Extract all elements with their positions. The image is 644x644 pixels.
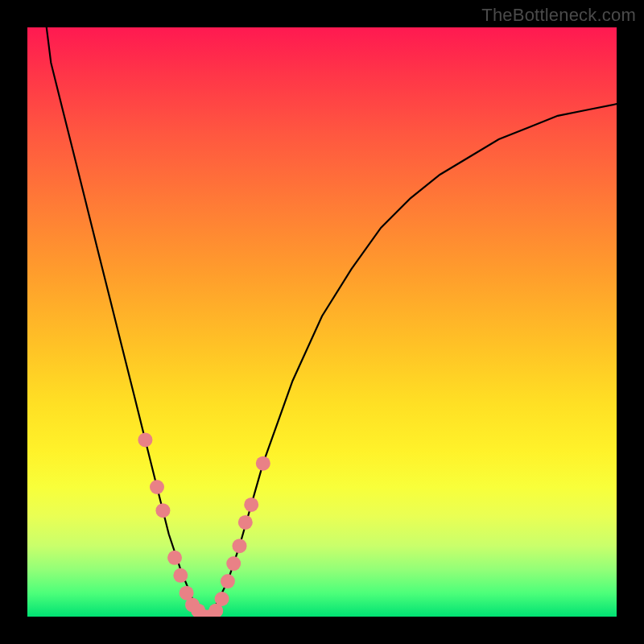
marker-dot bbox=[256, 456, 270, 471]
chart-frame: TheBottleneck.com bbox=[0, 0, 644, 644]
marker-dot bbox=[238, 515, 253, 530]
marker-dot bbox=[215, 592, 229, 606]
marker-dot bbox=[138, 432, 152, 447]
marker-dot bbox=[233, 539, 247, 553]
bottleneck-curve bbox=[27, 27, 617, 617]
marker-dot bbox=[155, 503, 170, 518]
watermark-text: TheBottleneck.com bbox=[481, 5, 636, 26]
curve-svg bbox=[27, 27, 617, 617]
marker-group bbox=[138, 432, 270, 617]
plot-area bbox=[27, 27, 617, 617]
marker-dot bbox=[173, 568, 188, 583]
marker-dot bbox=[244, 497, 258, 512]
marker-dot bbox=[221, 574, 235, 588]
marker-dot bbox=[167, 551, 182, 565]
marker-dot bbox=[150, 480, 164, 494]
marker-dot bbox=[226, 556, 241, 571]
